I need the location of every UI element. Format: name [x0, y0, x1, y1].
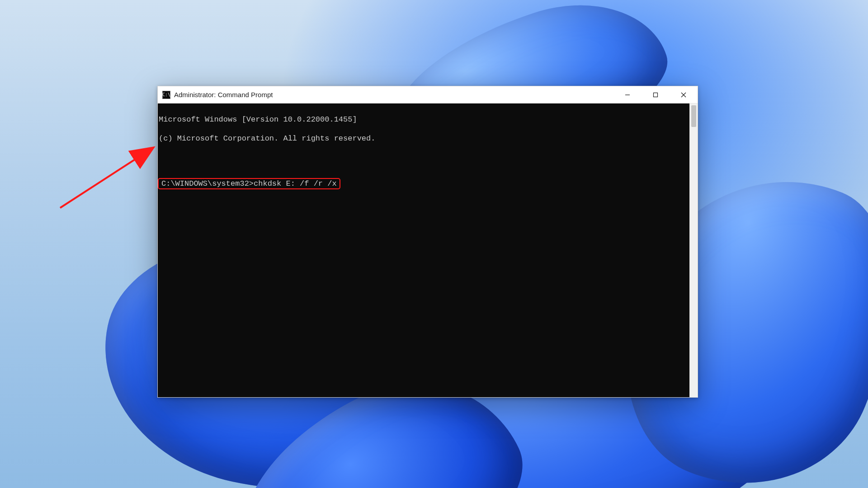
command-prompt-window: C:\ Administrator: Command Prompt Micros…	[157, 86, 698, 398]
minimize-icon	[625, 92, 630, 98]
desktop-background: C:\ Administrator: Command Prompt Micros…	[0, 0, 868, 488]
svg-line-4	[60, 148, 152, 208]
close-icon	[681, 92, 686, 98]
annotation-arrow	[57, 141, 165, 213]
close-button[interactable]	[670, 86, 698, 103]
terminal-output[interactable]: Microsoft Windows [Version 10.0.22000.14…	[158, 103, 689, 397]
terminal-line-version: Microsoft Windows [Version 10.0.22000.14…	[158, 115, 689, 124]
window-controls	[613, 86, 698, 103]
vertical-scrollbar[interactable]	[689, 103, 698, 397]
terminal-line-copyright: (c) Microsoft Corporation. All rights re…	[158, 134, 689, 143]
terminal-blank-line	[158, 153, 689, 162]
cmd-icon: C:\	[162, 91, 170, 99]
window-client-area: Microsoft Windows [Version 10.0.22000.14…	[158, 103, 698, 397]
maximize-icon	[653, 92, 658, 98]
command-highlight-box: C:\WINDOWS\system32>chkdsk E: /f /r /x	[158, 178, 340, 189]
terminal-prompt-command: C:\WINDOWS\system32>chkdsk E: /f /r /x	[161, 179, 337, 188]
cmd-icon-glyph: C:\	[162, 93, 170, 97]
scrollbar-thumb[interactable]	[691, 105, 696, 127]
maximize-button[interactable]	[642, 86, 670, 103]
window-title: Administrator: Command Prompt	[174, 91, 273, 99]
titlebar[interactable]: C:\ Administrator: Command Prompt	[158, 86, 698, 103]
svg-rect-1	[654, 93, 658, 97]
minimize-button[interactable]	[613, 86, 642, 103]
